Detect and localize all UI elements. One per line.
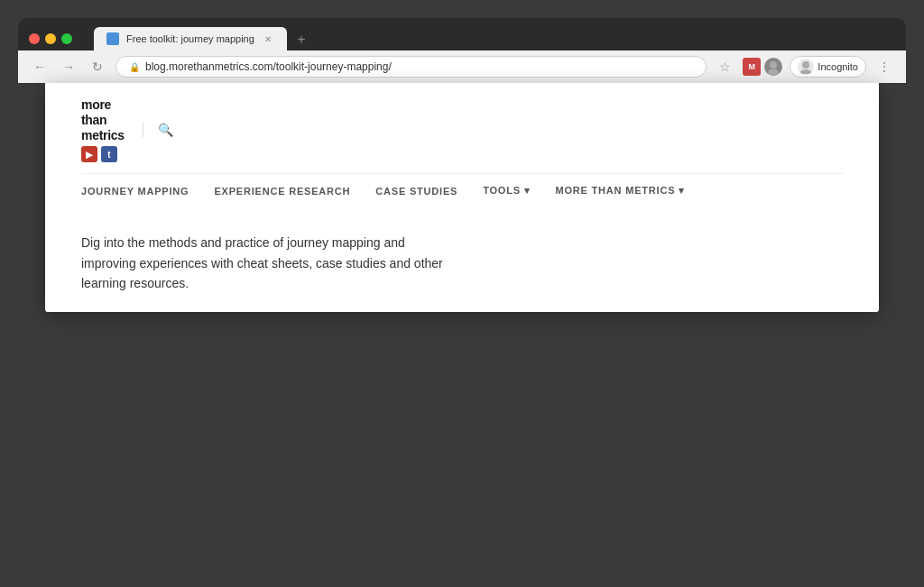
tab-favicon <box>106 32 119 45</box>
website: more than metrics ▶ t 🔍 <box>45 83 879 312</box>
url-text: blog.morethanmetrics.com/toolkit-journey… <box>145 60 693 73</box>
traffic-lights <box>29 33 72 44</box>
social-rss-icon[interactable]: ▶ <box>81 146 97 162</box>
browser-content: more than metrics ▶ t 🔍 <box>45 83 879 312</box>
extension-red: M <box>743 58 761 76</box>
tabs-bar: Free toolkit: journey mapping ✕ + <box>94 27 895 50</box>
nav-item-more-than-metrics[interactable]: MORE THAN METRICS ▾ <box>556 185 685 197</box>
reload-button[interactable]: ↻ <box>87 56 108 78</box>
new-tab-button[interactable]: + <box>291 29 312 50</box>
search-icon[interactable]: 🔍 <box>158 123 173 137</box>
profile-avatar <box>798 59 814 75</box>
profile-button[interactable]: Incognito <box>790 56 866 78</box>
extension-avatar <box>764 58 782 76</box>
social-twitter-icon[interactable]: t <box>101 146 117 162</box>
forward-button[interactable]: → <box>58 56 79 78</box>
svg-point-0 <box>770 61 777 69</box>
logo-area: more than metrics ▶ t <box>81 97 125 162</box>
site-header: more than metrics ▶ t 🔍 <box>45 83 879 207</box>
secure-icon: 🔒 <box>129 62 140 72</box>
bookmark-icon[interactable]: ☆ <box>714 56 735 78</box>
browser-toolbar: ← → ↻ 🔒 blog.morethanmetrics.com/toolkit… <box>18 50 906 83</box>
browser-menu-icon[interactable]: ⋮ <box>873 56 895 78</box>
tab-close-button[interactable]: ✕ <box>262 32 274 45</box>
logo-text: more than metrics <box>81 97 125 142</box>
content-section: Dig into the methods and practice of jou… <box>45 207 879 311</box>
svg-point-3 <box>800 69 811 74</box>
maximize-button[interactable] <box>61 33 72 44</box>
back-button[interactable]: ← <box>29 56 51 78</box>
svg-point-2 <box>802 61 809 69</box>
nav-item-journey-mapping[interactable]: JOURNEY MAPPING <box>81 185 189 197</box>
main-nav: JOURNEY MAPPING EXPERIENCE RESEARCH CASE… <box>81 173 843 207</box>
close-button[interactable] <box>29 33 40 44</box>
address-bar[interactable]: 🔒 blog.morethanmetrics.com/toolkit-journ… <box>116 56 707 78</box>
active-tab[interactable]: Free toolkit: journey mapping ✕ <box>94 27 287 50</box>
content-description: Dig into the methods and practice of jou… <box>81 233 460 293</box>
logo-social: ▶ t <box>81 146 125 162</box>
svg-point-1 <box>768 69 779 76</box>
nav-item-tools[interactable]: TOOLS ▾ <box>483 185 530 197</box>
nav-item-experience-research[interactable]: EXPERIENCE RESEARCH <box>214 185 350 197</box>
extension-icons: M <box>743 58 782 76</box>
profile-label: Incognito <box>818 61 858 72</box>
header-search[interactable]: 🔍 <box>143 123 173 137</box>
tab-title: Free toolkit: journey mapping <box>126 33 254 44</box>
minimize-button[interactable] <box>45 33 56 44</box>
nav-item-case-studies[interactable]: CASE STUDIES <box>375 185 457 197</box>
